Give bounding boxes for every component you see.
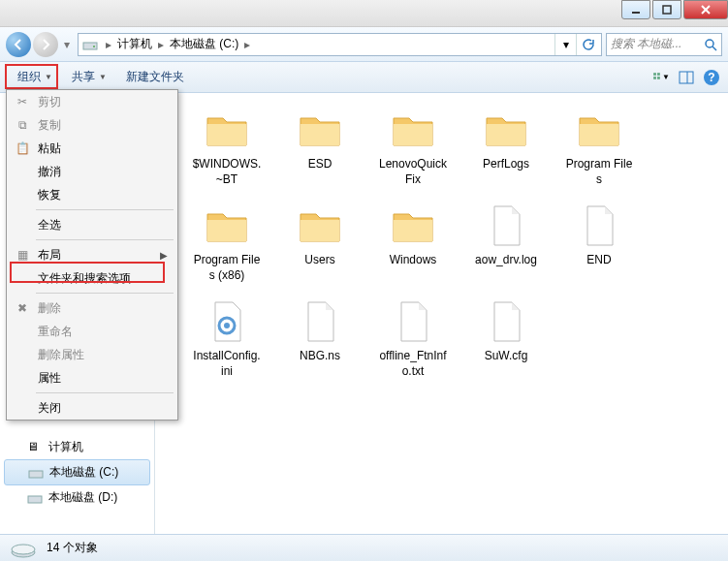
menu-paste[interactable]: 📋粘贴: [7, 137, 177, 160]
menu-separator: [36, 209, 174, 210]
menu-label: 粘贴: [38, 140, 61, 157]
view-options-button[interactable]: ▼: [652, 69, 670, 86]
breadcrumb-drive[interactable]: 本地磁盘 (C:): [168, 36, 240, 52]
nav-bar: ▾ ▸ 计算机 ▸ 本地磁盘 (C:) ▸ ▾ 搜索 本地磁...: [0, 27, 728, 62]
file-item[interactable]: END: [560, 199, 638, 287]
item-label: offline_FtnInfo.txt: [378, 349, 448, 379]
search-placeholder: 搜索 本地磁...: [611, 36, 681, 52]
item-label: ESD: [308, 157, 332, 172]
sidebar-item-label: 本地磁盘 (D:): [48, 489, 117, 506]
organize-button[interactable]: 组织▼: [8, 65, 62, 89]
breadcrumb-computer[interactable]: 计算机: [115, 36, 154, 52]
breadcrumb-sep[interactable]: ▸: [240, 38, 254, 51]
file-item[interactable]: Users: [281, 199, 359, 287]
file-item[interactable]: Windows: [374, 199, 452, 287]
folder-icon: [297, 203, 343, 249]
file-item[interactable]: aow_drv.log: [467, 199, 545, 287]
item-label: InstallConfig.ini: [192, 349, 262, 379]
minimize-button[interactable]: [621, 0, 650, 19]
menu-remove-props[interactable]: 删除属性: [7, 343, 177, 366]
drive-icon: [82, 37, 98, 52]
menu-rename[interactable]: 重命名: [7, 320, 177, 343]
file-item[interactable]: offline_FtnInfo.txt: [374, 295, 452, 383]
nav-history-dropdown[interactable]: ▾: [60, 38, 74, 51]
computer-icon: 🖥: [27, 440, 43, 455]
svg-rect-8: [653, 74, 656, 77]
file-icon: [483, 298, 529, 345]
maximize-button[interactable]: [652, 0, 681, 19]
item-label: Windows: [390, 253, 437, 268]
submenu-arrow-icon: ▶: [160, 250, 168, 261]
menu-properties[interactable]: 属性: [7, 366, 177, 390]
sidebar-item-drive-d[interactable]: 本地磁盘 (D:): [0, 485, 154, 510]
breadcrumb-sep[interactable]: ▸: [154, 38, 168, 51]
menu-delete[interactable]: ✖删除: [7, 296, 177, 320]
file-item[interactable]: Program Files (x86): [188, 199, 266, 287]
folder-icon: [390, 107, 436, 153]
menu-separator: [36, 293, 174, 294]
item-label: Program Files (x86): [192, 253, 262, 283]
organize-menu: ✂剪切 ⧉复制 📋粘贴 撤消 恢复 全选 ▦布局▶ 文件夹和搜索选项 ✖删除 重…: [6, 89, 178, 421]
menu-label: 布局: [38, 247, 61, 264]
menu-label: 全选: [38, 217, 61, 234]
menu-layout[interactable]: ▦布局▶: [7, 243, 177, 266]
refresh-button[interactable]: [576, 34, 597, 55]
scissors-icon: ✂: [15, 94, 30, 109]
search-input[interactable]: 搜索 本地磁...: [606, 33, 722, 56]
sidebar-item-label: 本地磁盘 (C:): [49, 464, 118, 481]
menu-copy[interactable]: ⧉复制: [7, 113, 177, 137]
help-button[interactable]: ?: [703, 69, 720, 86]
content-area[interactable]: $WINDOWS.~BTESDLenovoQuickFixPerfLogsPro…: [155, 93, 728, 534]
file-item[interactable]: $WINDOWS.~BT: [188, 103, 266, 191]
breadcrumb-sep[interactable]: ▸: [102, 38, 115, 51]
folder-icon: [576, 107, 622, 153]
menu-selectall[interactable]: 全选: [7, 213, 177, 236]
file-item[interactable]: InstallConfig.ini: [188, 295, 266, 383]
svg-rect-4: [83, 43, 97, 49]
file-icon: [483, 203, 529, 249]
svg-point-6: [706, 40, 713, 47]
share-button[interactable]: 共享▼: [62, 65, 116, 89]
sidebar-item-computer[interactable]: 🖥计算机: [0, 435, 154, 459]
menu-redo[interactable]: 恢复: [7, 183, 177, 206]
file-item[interactable]: Program Files: [560, 103, 638, 191]
close-button[interactable]: [683, 0, 728, 19]
file-icon: [576, 203, 622, 249]
menu-label: 复制: [38, 117, 61, 134]
svg-point-5: [93, 46, 95, 47]
menu-close[interactable]: 关闭: [7, 396, 177, 420]
file-item[interactable]: SuW.cfg: [467, 295, 545, 383]
breadcrumb: ▸ 计算机 ▸ 本地磁盘 (C:) ▸: [102, 36, 254, 52]
drive-icon: [27, 490, 43, 506]
item-label: LenovoQuickFix: [378, 157, 448, 187]
svg-rect-17: [28, 496, 42, 503]
copy-icon: ⧉: [15, 117, 30, 133]
share-label: 共享: [72, 69, 95, 85]
address-dropdown[interactable]: ▾: [554, 34, 576, 55]
item-label: $WINDOWS.~BT: [192, 157, 262, 187]
item-label: NBG.ns: [300, 349, 340, 364]
back-button[interactable]: [6, 32, 31, 57]
preview-pane-button[interactable]: [678, 69, 695, 86]
menu-separator: [36, 392, 174, 393]
address-bar[interactable]: ▸ 计算机 ▸ 本地磁盘 (C:) ▸ ▾: [78, 33, 602, 56]
sidebar-item-drive-c[interactable]: 本地磁盘 (C:): [4, 459, 150, 485]
newfolder-button[interactable]: 新建文件夹: [116, 65, 194, 89]
folder-icon: [297, 107, 343, 153]
svg-point-19: [224, 323, 230, 328]
item-label: END: [586, 253, 611, 268]
search-icon: [704, 38, 717, 51]
file-item[interactable]: NBG.ns: [281, 295, 359, 383]
file-item[interactable]: ESD: [281, 103, 359, 191]
svg-point-21: [12, 545, 35, 554]
drive-icon: [10, 539, 37, 558]
forward-button[interactable]: [33, 32, 58, 57]
menu-undo[interactable]: 撤消: [7, 160, 177, 183]
drive-icon: [28, 465, 44, 481]
menu-folder-options[interactable]: 文件夹和搜索选项: [7, 266, 177, 290]
menu-label: 恢复: [38, 187, 61, 203]
file-item[interactable]: PerfLogs: [467, 103, 545, 191]
file-item[interactable]: LenovoQuickFix: [374, 103, 452, 191]
menu-cut[interactable]: ✂剪切: [7, 90, 177, 113]
menu-label: 删除属性: [38, 347, 84, 363]
